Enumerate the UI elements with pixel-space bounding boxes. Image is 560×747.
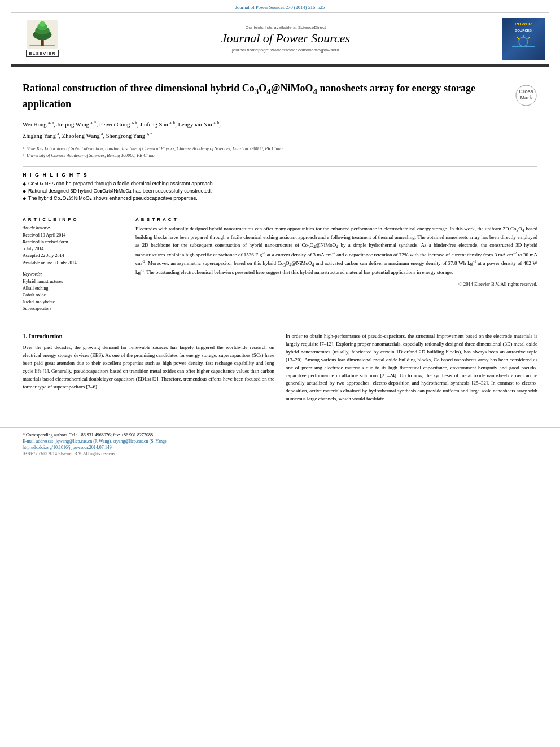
- svg-line-10: [528, 37, 530, 39]
- highlight-item-3: ◆ The hybrid Co₃O₄@NiMoO₄ shows enhanced…: [23, 195, 537, 201]
- footer-issn: 0378-7753/© 2014 Elsevier B.V. All right…: [23, 451, 537, 456]
- page-footer: * Corresponding authors. Tel.: +86 931 4…: [0, 427, 560, 461]
- divider-1: [23, 166, 537, 167]
- history-revised-label: Received in revised form: [23, 239, 124, 245]
- bullet-icon-1: ◆: [23, 181, 26, 186]
- affiliations-section: aState Key Laboratory of Solid Lubricati…: [23, 146, 537, 159]
- footer-content: * Corresponding authors. Tel.: +86 931 4…: [23, 433, 537, 456]
- top-citation: Journal of Power Sources 270 (2014) 516–…: [0, 0, 560, 12]
- svg-text:Mark: Mark: [520, 95, 532, 101]
- bullet-icon-3: ◆: [23, 196, 26, 201]
- keywords-section: Keywords: Hybrid nanostructures Alkali e…: [23, 272, 124, 312]
- affil-a: State Key Laboratory of Solid Lubricatio…: [27, 146, 283, 152]
- article-title-section: Rational construction of three dimension…: [23, 76, 537, 111]
- elsevier-wordmark: ELSEVIER: [26, 50, 59, 57]
- main-content: Rational construction of three dimension…: [0, 67, 560, 416]
- authors-section: Wei Hong a, b, Jinqing Wang a, *, Peiwei…: [23, 119, 537, 141]
- journal-title: Journal of Power Sources: [221, 31, 350, 46]
- intro-para-2: In order to obtain high-performance of p…: [286, 333, 537, 403]
- body-col-left: 1. Introduction Over the past decades, t…: [23, 333, 274, 408]
- journal-name-area: Contents lists available at ScienceDirec…: [73, 18, 498, 60]
- affil-b: University of Chinese Academy of Science…: [27, 152, 155, 159]
- abstract-section: A B S T R A C T Electrodes with rational…: [135, 213, 537, 287]
- keyword-5: Supercapacitors: [23, 305, 124, 312]
- crossmark-icon: Cross Mark: [515, 84, 537, 107]
- journal-homepage: journal homepage: www.elsevier.com/locat…: [232, 47, 339, 53]
- info-abstract-cols: A R T I C L E I N F O Article history: R…: [23, 213, 537, 312]
- svg-line-11: [517, 37, 519, 39]
- highlight-item-2: ◆ Rational designed 3D hybrid Co₃O₄@NiMo…: [23, 188, 537, 194]
- svg-point-5: [40, 21, 46, 27]
- body-col-right: In order to obtain high-performance of p…: [286, 333, 537, 408]
- keywords-label: Keywords:: [23, 272, 124, 277]
- footer-doi[interactable]: http://dx.doi.org/10.1016/j.jpowsour.201…: [23, 445, 537, 450]
- keyword-2: Alkali etching: [23, 285, 124, 292]
- svg-rect-6: [29, 46, 55, 46]
- footer-corresponding: * Corresponding authors. Tel.: +86 931 4…: [23, 433, 537, 438]
- journal-cover-area: POWER SOURCES: [498, 18, 549, 60]
- divider-2: [23, 207, 537, 207]
- svg-point-8: [519, 37, 528, 46]
- highlight-item-1: ◆ Co₃O₄ NSA can be prepared through a fa…: [23, 181, 537, 186]
- keyword-3: Cobalt oxide: [23, 292, 124, 299]
- abstract-label: A B S T R A C T: [135, 217, 537, 222]
- article-info-label: A R T I C L E I N F O: [23, 217, 124, 222]
- history-revised-date: 5 July 2014: [23, 246, 124, 252]
- highlights-section: H I G H L I G H T S ◆ Co₃O₄ NSA can be p…: [23, 172, 537, 201]
- keyword-4: Nickel molybdate: [23, 299, 124, 305]
- sciencedirect-link[interactable]: Contents lists available at ScienceDirec…: [246, 25, 326, 30]
- history-received: Received 19 April 2014: [23, 232, 124, 238]
- body-two-col: 1. Introduction Over the past decades, t…: [23, 333, 537, 408]
- elsevier-logo-area: ELSEVIER: [11, 18, 73, 60]
- intro-para-1: Over the past decades, the growing deman…: [23, 344, 274, 391]
- keyword-1: Hybrid nanostructures: [23, 278, 124, 285]
- body-section: 1. Introduction Over the past decades, t…: [23, 324, 537, 408]
- elsevier-logo: ELSEVIER: [25, 20, 59, 57]
- svg-text:Cross: Cross: [519, 89, 533, 94]
- page: Journal of Power Sources 270 (2014) 516–…: [0, 0, 560, 747]
- abstract-col: A B S T R A C T Electrodes with rational…: [135, 213, 537, 312]
- journal-cover-image: POWER SOURCES: [502, 18, 545, 60]
- svg-rect-1: [41, 40, 43, 46]
- elsevier-tree-icon: [25, 20, 59, 49]
- footer-email: E-mail addresses: jqwang@licp.cas.cn (J.…: [23, 439, 537, 444]
- section-title: 1. Introduction: [23, 333, 274, 339]
- abstract-text: Electrodes with rationally designed hybr…: [135, 225, 537, 277]
- bullet-icon-2: ◆: [23, 189, 26, 194]
- citation-text: Journal of Power Sources 270 (2014) 516–…: [235, 5, 325, 10]
- history-accepted: Accepted 22 July 2014: [23, 252, 124, 259]
- article-info-box: A R T I C L E I N F O Article history: R…: [23, 213, 124, 312]
- history-label: Article history:: [23, 225, 124, 230]
- article-info-col: A R T I C L E I N F O Article history: R…: [23, 213, 124, 312]
- highlights-header: H I G H L I G H T S: [23, 172, 537, 178]
- history-online: Available online 30 July 2014: [23, 260, 124, 266]
- article-title: Rational construction of three dimension…: [23, 81, 506, 111]
- copyright-text: © 2014 Elsevier B.V. All rights reserved…: [135, 281, 537, 287]
- journal-header: ELSEVIER Contents lists available at Sci…: [11, 12, 549, 65]
